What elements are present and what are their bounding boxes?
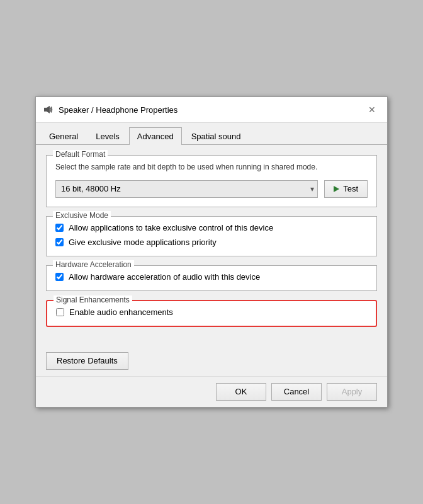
dialog-title: Speaker / Headphone Properties	[59, 105, 178, 115]
tabs-bar: General Levels Advanced Spatial sound	[36, 123, 387, 145]
exclusive-priority-checkbox[interactable]	[55, 238, 64, 246]
title-bar: Speaker / Headphone Properties ✕	[36, 97, 387, 123]
hardware-acceleration-label: Hardware Acceleration	[53, 260, 134, 269]
restore-defaults-area: Restore Defaults	[36, 346, 387, 376]
signal-enhancements-group: Signal Enhancements Enable audio enhance…	[46, 300, 377, 327]
apply-button[interactable]: Apply	[327, 383, 377, 401]
audio-enhancements-label: Enable audio enhancements	[69, 307, 173, 317]
tab-content: Default Format Select the sample rate an…	[36, 145, 387, 346]
play-icon	[334, 186, 339, 192]
default-format-description: Select the sample rate and bit depth to …	[55, 162, 368, 173]
default-format-group: Default Format Select the sample rate an…	[46, 155, 377, 207]
cancel-button[interactable]: Cancel	[271, 383, 322, 401]
format-select[interactable]: 16 bit, 48000 Hz	[55, 180, 318, 198]
format-row: 16 bit, 48000 Hz Test	[55, 180, 368, 198]
dialog-window: Speaker / Headphone Properties ✕ General…	[35, 96, 388, 408]
hardware-accel-label: Allow hardware acceleration of audio wit…	[69, 272, 260, 282]
tab-spatial-sound[interactable]: Spatial sound	[183, 127, 249, 145]
signal-enhancements-label: Signal Enhancements	[54, 295, 132, 304]
hardware-accel-row: Allow hardware acceleration of audio wit…	[55, 272, 368, 282]
dialog-footer: OK Cancel Apply	[36, 376, 387, 407]
test-button[interactable]: Test	[324, 180, 368, 198]
hardware-acceleration-group: Hardware Acceleration Allow hardware acc…	[46, 265, 377, 291]
hardware-accel-checkbox[interactable]	[55, 273, 64, 281]
tab-levels[interactable]: Levels	[87, 127, 128, 145]
test-label: Test	[343, 184, 358, 193]
exclusive-mode-group: Exclusive Mode Allow applications to tak…	[46, 216, 377, 256]
restore-defaults-button[interactable]: Restore Defaults	[46, 352, 128, 370]
exclusive-priority-row: Give exclusive mode applications priorit…	[55, 238, 368, 247]
speaker-icon	[43, 105, 54, 115]
format-select-wrapper: 16 bit, 48000 Hz	[55, 180, 318, 198]
audio-enhancements-row: Enable audio enhancements	[56, 307, 367, 317]
close-button[interactable]: ✕	[364, 102, 380, 117]
exclusive-control-row: Allow applications to take exclusive con…	[55, 223, 368, 232]
tab-advanced[interactable]: Advanced	[129, 127, 182, 145]
exclusive-control-checkbox[interactable]	[55, 224, 64, 232]
exclusive-priority-label: Give exclusive mode applications priorit…	[69, 238, 217, 247]
exclusive-control-label: Allow applications to take exclusive con…	[69, 223, 273, 232]
svg-marker-1	[47, 106, 50, 113]
svg-rect-0	[44, 108, 47, 112]
exclusive-mode-label: Exclusive Mode	[53, 211, 111, 220]
audio-enhancements-checkbox[interactable]	[56, 308, 64, 316]
ok-button[interactable]: OK	[216, 383, 266, 401]
title-bar-left: Speaker / Headphone Properties	[43, 105, 178, 115]
default-format-label: Default Format	[53, 150, 108, 159]
tab-general[interactable]: General	[41, 127, 86, 145]
